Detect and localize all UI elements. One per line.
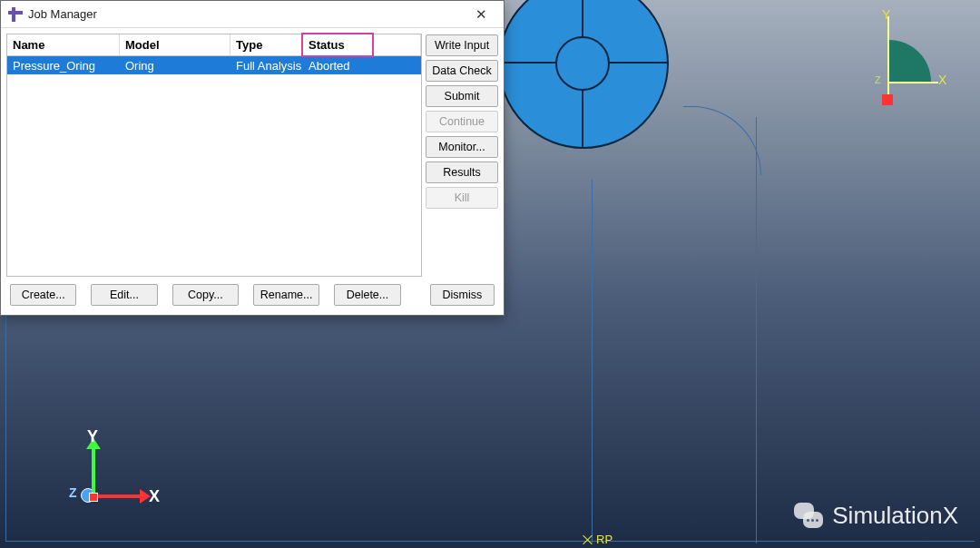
orientation-y-axis (887, 16, 889, 98)
col-spacer (373, 34, 421, 55)
orientation-x-label: X (938, 73, 946, 87)
col-status[interactable]: Status (303, 34, 373, 55)
groove-floor (5, 541, 975, 542)
table-body[interactable]: Pressure_Oring Oring Full Analysis Abort… (7, 56, 421, 276)
triad-y-axis (92, 447, 95, 494)
close-button[interactable]: ✕ (462, 2, 500, 27)
copy-button[interactable]: Copy... (172, 284, 239, 306)
cell-model: Oring (120, 59, 230, 73)
rename-button[interactable]: Rename... (253, 284, 319, 306)
oring-inner-circle (555, 36, 610, 91)
orientation-x-axis (887, 82, 938, 83)
jobs-table[interactable]: Name Model Type Status Pressure_Oring Or… (6, 34, 422, 277)
dismiss-button[interactable]: Dismiss (430, 284, 495, 306)
cad-viewport[interactable]: RP Y X Z Y X Z SimulationX Job Manager ✕ (0, 0, 980, 548)
triad-x-axis (96, 494, 142, 498)
kill-button: Kill (426, 187, 498, 209)
orientation-origin (882, 94, 893, 105)
watermark-text: SimulationX (832, 502, 958, 530)
side-button-column: Write Input Data Check Submit Continue M… (426, 34, 498, 277)
table-row[interactable]: Pressure_Oring Oring Full Analysis Abort… (7, 56, 421, 74)
orientation-y-label: Y (882, 7, 890, 22)
delete-button[interactable]: Delete... (334, 284, 400, 306)
write-input-button[interactable]: Write Input (426, 34, 498, 56)
continue-button: Continue (426, 111, 498, 132)
job-manager-dialog: Job Manager ✕ Name Model Type Status Pre… (0, 0, 505, 316)
rp-cross-icon (583, 534, 593, 545)
view-triad: Y X Z (71, 440, 143, 513)
reference-point-marker: RP (583, 533, 612, 546)
cell-status: Aborted (303, 59, 373, 73)
cell-name: Pressure_Oring (7, 59, 120, 73)
col-type[interactable]: Type (230, 34, 303, 55)
col-model[interactable]: Model (120, 34, 230, 55)
dialog-titlebar[interactable]: Job Manager ✕ (1, 1, 504, 28)
edit-button[interactable]: Edit... (91, 284, 157, 306)
triad-x-label: X (149, 487, 160, 506)
dialog-footer: Create... Edit... Copy... Rename... Dele… (1, 277, 504, 315)
create-button[interactable]: Create... (10, 284, 76, 306)
cell-type: Full Analysis (230, 59, 303, 73)
triad-y-label: Y (87, 427, 98, 446)
wechat-icon (794, 503, 825, 530)
triad-origin (89, 493, 98, 502)
triad-z-label: Z (69, 485, 77, 500)
table-header: Name Model Type Status (7, 34, 421, 56)
submit-button[interactable]: Submit (426, 85, 498, 107)
abaqus-app-icon (8, 7, 23, 22)
groove-wall-right (756, 117, 757, 543)
orientation-z-label: Z (875, 74, 881, 85)
groove-fillet-arc (683, 106, 761, 175)
monitor-button[interactable]: Monitor... (426, 136, 498, 158)
orientation-indicator[interactable]: Y X Z (873, 15, 955, 114)
watermark: SimulationX (794, 502, 958, 530)
data-check-button[interactable]: Data Check (426, 60, 498, 82)
orientation-quadrant (889, 40, 931, 82)
groove-wall-left (592, 180, 593, 543)
col-name[interactable]: Name (7, 34, 120, 55)
dialog-title: Job Manager (28, 7, 97, 21)
rp-label: RP (596, 533, 612, 546)
results-button[interactable]: Results (426, 161, 498, 183)
